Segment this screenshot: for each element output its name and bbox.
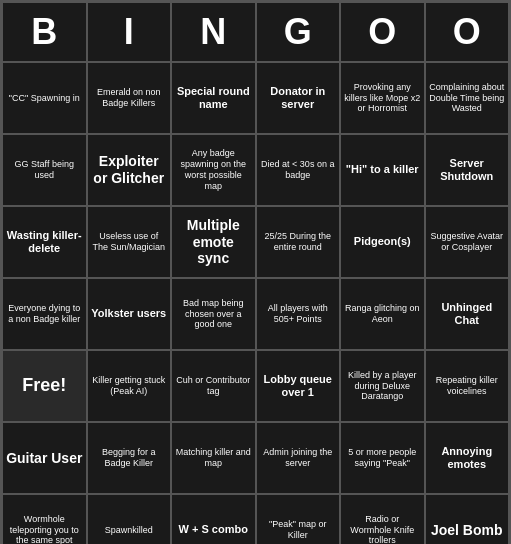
bingo-cell: Multiple emote sync <box>171 206 256 278</box>
bingo-cell: Repeating killer voicelines <box>425 350 510 422</box>
bingo-cell: Special round name <box>171 62 256 134</box>
bingo-cell: "CC" Spawning in <box>2 62 87 134</box>
bingo-cell: Guitar User <box>2 422 87 494</box>
bingo-cell: Provoking any killers like Mope x2 or Ho… <box>340 62 425 134</box>
bingo-letter-g-3: G <box>256 2 341 62</box>
bingo-cell: Donator in server <box>256 62 341 134</box>
bingo-cell: Yolkster users <box>87 278 172 350</box>
bingo-letter-o-4: O <box>340 2 425 62</box>
bingo-cell: 5 or more people saying "Peak" <box>340 422 425 494</box>
bingo-cell: Lobby queue over 1 <box>256 350 341 422</box>
bingo-cell: Everyone dying to a non Badge killer <box>2 278 87 350</box>
bingo-cell: GG Staff being used <box>2 134 87 206</box>
bingo-cell: Wasting killer-delete <box>2 206 87 278</box>
bingo-cell: Exploiter or Glitcher <box>87 134 172 206</box>
bingo-cell: 25/25 During the entire round <box>256 206 341 278</box>
bingo-cell: All players with 505+ Points <box>256 278 341 350</box>
bingo-cell: Suggestive Avatar or Cosplayer <box>425 206 510 278</box>
bingo-cell: Died at < 30s on a badge <box>256 134 341 206</box>
bingo-cell: Radio or Wormhole Knife trollers <box>340 494 425 544</box>
bingo-cell: Matching killer and map <box>171 422 256 494</box>
bingo-grid: "CC" Spawning inEmerald on non Badge Kil… <box>2 62 509 544</box>
bingo-cell: Complaining about Double Time being Wast… <box>425 62 510 134</box>
bingo-cell: Killed by a player during Deluxe Daratan… <box>340 350 425 422</box>
bingo-cell: Free! <box>2 350 87 422</box>
bingo-cell: Killer getting stuck (Peak AI) <box>87 350 172 422</box>
bingo-cell: Ranga glitching on Aeon <box>340 278 425 350</box>
bingo-cell: Spawnkilled <box>87 494 172 544</box>
bingo-cell: Admin joining the server <box>256 422 341 494</box>
bingo-cell: Wormhole teleporting you to the same spo… <box>2 494 87 544</box>
bingo-cell: Annoying emotes <box>425 422 510 494</box>
bingo-cell: Useless use of The Sun/Magician <box>87 206 172 278</box>
bingo-cell: Joel Bomb <box>425 494 510 544</box>
bingo-letter-b-0: B <box>2 2 87 62</box>
bingo-cell: Emerald on non Badge Killers <box>87 62 172 134</box>
bingo-cell: "Peak" map or Killer <box>256 494 341 544</box>
bingo-cell: Server Shutdown <box>425 134 510 206</box>
bingo-cell: Bad map being chosen over a good one <box>171 278 256 350</box>
bingo-letter-n-2: N <box>171 2 256 62</box>
bingo-card: BINGOO "CC" Spawning inEmerald on non Ba… <box>0 0 511 544</box>
bingo-header: BINGOO <box>2 2 509 62</box>
bingo-letter-o-5: O <box>425 2 510 62</box>
bingo-cell: W + S combo <box>171 494 256 544</box>
bingo-cell: Begging for a Badge Killer <box>87 422 172 494</box>
bingo-cell: "Hi" to a killer <box>340 134 425 206</box>
bingo-letter-i-1: I <box>87 2 172 62</box>
bingo-cell: Any badge spawning on the worst possible… <box>171 134 256 206</box>
bingo-cell: Pidgeon(s) <box>340 206 425 278</box>
bingo-cell: Cuh or Contributor tag <box>171 350 256 422</box>
bingo-cell: Unhinged Chat <box>425 278 510 350</box>
